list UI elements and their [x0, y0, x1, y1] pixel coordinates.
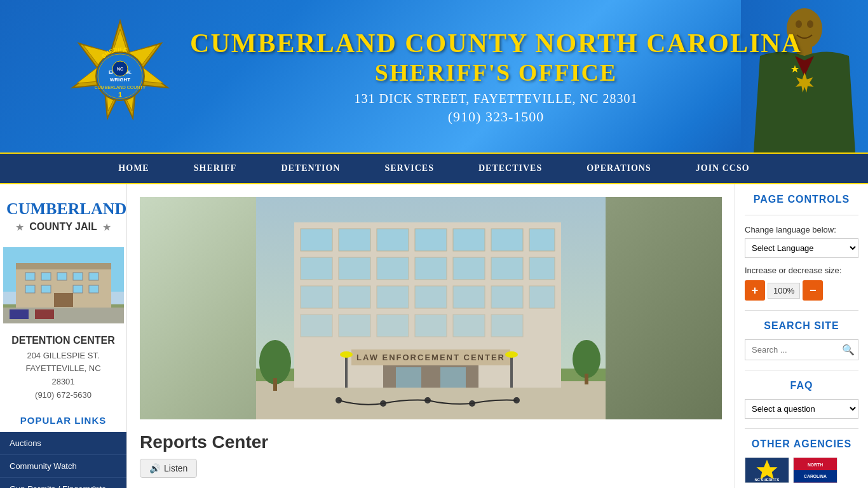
popular-link-gun-permits[interactable]: Gun Permits / Fingerprints — [0, 478, 126, 488]
nc-sheriffs-logo: NC SHERIFFS — [745, 458, 789, 483]
agency-logo-nc-sheriffs[interactable]: NC SHERIFFS — [745, 458, 789, 483]
detention-address: 204 GILLESPIE ST. FAYETTEVILLE, NC 28301… — [6, 349, 120, 402]
size-increase-button[interactable]: + — [745, 280, 765, 301]
svg-rect-27 — [73, 273, 83, 280]
svg-rect-55 — [301, 286, 332, 308]
popular-link-auctions[interactable]: Auctions — [0, 432, 126, 455]
center-content: LAW ENFORCEMENT CENTER — [127, 184, 735, 488]
svg-rect-61 — [529, 286, 555, 308]
svg-rect-62 — [301, 315, 332, 337]
svg-point-73 — [259, 340, 291, 384]
language-select[interactable]: Select Language — [745, 238, 858, 258]
search-wrap: 🔍 — [745, 339, 858, 360]
size-decrease-button[interactable]: − — [803, 280, 823, 301]
svg-rect-74 — [273, 378, 277, 391]
nav-item-detectives[interactable]: DETECTIVES — [456, 152, 564, 184]
faq-select[interactable]: Select a question — [745, 399, 858, 419]
svg-text:LAW ENFORCEMENT CENTER: LAW ENFORCEMENT CENTER — [356, 353, 505, 362]
listen-button[interactable]: 🔊 Listen — [140, 459, 197, 478]
header-address: 131 DICK STREET, FAYETTEVILLE, NC 28301 — [190, 92, 802, 106]
svg-rect-60 — [491, 286, 523, 308]
svg-rect-56 — [339, 286, 370, 308]
svg-rect-49 — [339, 257, 370, 280]
jail-header: CUMBERLAND ★ COUNTY JAIL ★ — [0, 194, 126, 242]
svg-rect-44 — [415, 229, 447, 251]
star-icon-left: ★ — [15, 221, 24, 233]
svg-rect-64 — [377, 315, 409, 337]
size-current: 100% — [768, 283, 800, 299]
header: SHERIFF ENNIS W. WRIGHT NC CUMBERLAND CO… — [0, 0, 868, 152]
divider-4 — [745, 428, 858, 429]
jail-subtitle: COUNTY JAIL — [29, 221, 97, 233]
svg-text:NC SHERIFFS: NC SHERIFFS — [755, 478, 780, 482]
svg-rect-59 — [453, 286, 485, 308]
divider-3 — [745, 370, 858, 370]
svg-point-75 — [573, 340, 600, 378]
main-nav: HOME SHERIFF DETENTION SERVICES DETECTIV… — [0, 152, 868, 184]
star-icon-right: ★ — [102, 221, 111, 233]
right-sidebar: PAGE CONTROLS Change language below: Sel… — [735, 184, 868, 488]
svg-text:CUMBERLAND COUNTY: CUMBERLAND COUNTY — [95, 85, 146, 90]
size-controls: + 100% − — [745, 280, 858, 301]
detention-title: DETENTION CENTER — [6, 335, 120, 346]
svg-rect-79 — [510, 356, 513, 388]
search-button[interactable]: 🔍 — [842, 344, 855, 356]
svg-text:WRIGHT: WRIGHT — [110, 77, 131, 83]
svg-rect-77 — [345, 356, 348, 388]
svg-rect-47 — [529, 229, 555, 251]
svg-rect-42 — [339, 229, 370, 251]
nav-item-sheriff[interactable]: SHERIFF — [172, 152, 259, 184]
svg-rect-29 — [25, 285, 35, 293]
nav-item-services[interactable]: SERVICES — [362, 152, 456, 184]
svg-rect-76 — [585, 374, 588, 384]
svg-text:CAROLINA: CAROLINA — [804, 474, 827, 478]
svg-rect-23 — [16, 263, 111, 269]
svg-rect-58 — [415, 286, 447, 308]
change-language-label: Change language below: — [745, 225, 858, 234]
jail-building-svg — [3, 247, 124, 323]
nav-item-operations[interactable]: OPERATIONS — [564, 152, 674, 184]
other-agencies-title: OTHER AGENCIES — [745, 438, 858, 450]
detention-info: DETENTION CENTER 204 GILLESPIE ST. FAYET… — [0, 329, 126, 409]
svg-rect-36 — [35, 309, 54, 319]
svg-rect-52 — [453, 257, 485, 280]
page-title: Reports Center — [140, 432, 722, 452]
divider-1 — [745, 215, 858, 215]
svg-rect-41 — [301, 229, 332, 251]
left-sidebar: CUMBERLAND ★ COUNTY JAIL ★ — [0, 184, 127, 488]
search-site-title: SEARCH SITE — [745, 320, 858, 332]
svg-rect-67 — [491, 315, 523, 337]
agency-logo-north-carolina[interactable]: NORTH CAROLINA — [793, 458, 837, 483]
size-label: Increase or decrease size: — [745, 266, 858, 275]
faq-title: FAQ — [745, 380, 858, 391]
nav-item-join-ccso[interactable]: JOIN CCSO — [674, 152, 772, 184]
page-controls-title: PAGE CONTROLS — [745, 194, 858, 205]
svg-rect-25 — [41, 273, 51, 280]
header-title-sub: SHERIFF'S OFFICE — [190, 58, 802, 86]
svg-rect-30 — [41, 285, 51, 293]
jail-building-image — [3, 247, 124, 323]
law-enforcement-building-svg: LAW ENFORCEMENT CENTER — [140, 197, 722, 419]
main-content: CUMBERLAND ★ COUNTY JAIL ★ — [0, 184, 868, 488]
svg-rect-26 — [57, 273, 67, 280]
svg-rect-33 — [54, 293, 73, 307]
header-phone: (910) 323-1500 — [190, 109, 802, 125]
other-agencies-logos: NC SHERIFFS NORTH CAROLINA — [745, 458, 858, 483]
svg-rect-65 — [415, 315, 447, 337]
nav-item-home[interactable]: HOME — [96, 152, 171, 184]
svg-text:NC: NC — [117, 67, 123, 71]
svg-rect-46 — [491, 229, 523, 251]
svg-rect-54 — [529, 257, 555, 280]
north-carolina-logo: NORTH CAROLINA — [794, 458, 837, 483]
svg-rect-72 — [440, 367, 466, 388]
jail-title: CUMBERLAND — [6, 200, 120, 219]
svg-rect-50 — [377, 257, 409, 280]
header-title-main: CUMBERLAND COUNTY NORTH CAROLINA — [190, 28, 802, 58]
svg-rect-35 — [10, 309, 29, 319]
svg-rect-28 — [89, 273, 98, 280]
divider-2 — [745, 310, 858, 311]
svg-rect-57 — [377, 286, 409, 308]
popular-link-community-watch[interactable]: Community Watch — [0, 455, 126, 478]
listen-icon: 🔊 — [149, 463, 160, 473]
nav-item-detention[interactable]: DETENTION — [259, 152, 362, 184]
